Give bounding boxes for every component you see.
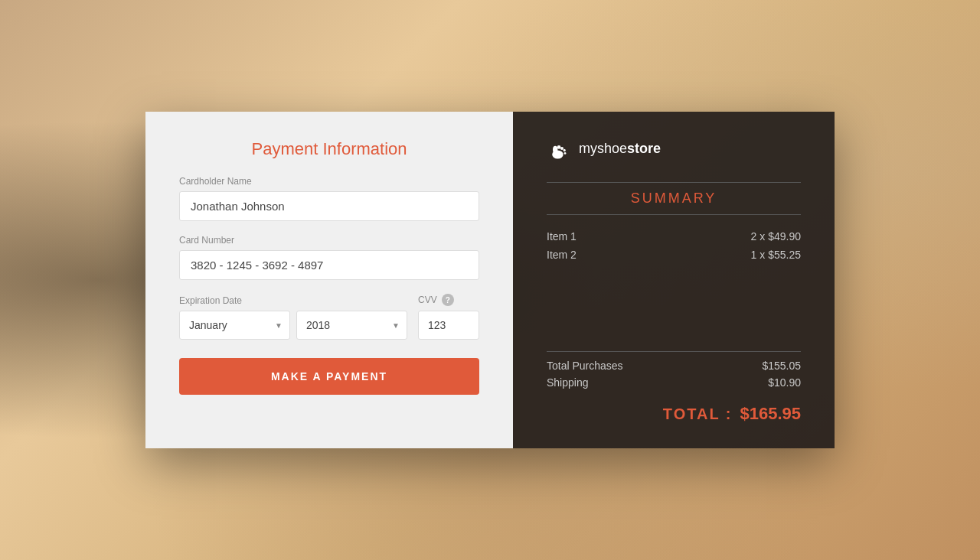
grand-total-row: TOTAL : $165.95 xyxy=(547,404,801,424)
summary-items: Item 1 2 x $49.90 Item 2 1 x $55.25 xyxy=(547,230,801,343)
summary-item-2: Item 2 1 x $55.25 xyxy=(547,249,801,261)
month-select-wrapper: January February March April May June Ju… xyxy=(179,311,290,340)
expiry-group: Expiration Date January February March A… xyxy=(179,295,407,340)
summary-title: SUMMARY xyxy=(547,182,801,215)
cardholder-label: Cardholder Name xyxy=(179,176,479,187)
summary-panel: myshoestore SUMMARY Item 1 2 x $49.90 It… xyxy=(513,112,835,448)
modal-container: Payment Information Cardholder Name Card… xyxy=(145,112,835,448)
shipping-value: $10.90 xyxy=(768,376,801,389)
expiry-selects: January February March April May June Ju… xyxy=(179,311,407,340)
svg-point-2 xyxy=(557,145,561,149)
year-select[interactable]: 2017 2018 2019 2020 2021 2022 xyxy=(296,311,407,340)
brand-row: myshoestore xyxy=(547,136,801,161)
svg-point-4 xyxy=(564,149,566,151)
svg-point-5 xyxy=(564,152,567,155)
cvv-help-icon[interactable]: ? xyxy=(442,294,454,306)
card-number-label: Card Number xyxy=(179,235,479,246)
make-payment-button[interactable]: MAKE A PAYMENT xyxy=(179,358,479,395)
cvv-label: CVV xyxy=(418,295,437,305)
item1-label: Item 1 xyxy=(547,230,577,243)
cardholder-input[interactable] xyxy=(179,191,479,221)
card-number-input[interactable] xyxy=(179,250,479,280)
payment-title: Payment Information xyxy=(179,139,479,159)
summary-item-1: Item 1 2 x $49.90 xyxy=(547,230,801,243)
cardholder-field-group: Cardholder Name xyxy=(179,176,479,221)
cvv-label-row: CVV ? xyxy=(418,294,479,306)
summary-divider xyxy=(547,351,801,352)
foot-icon xyxy=(547,136,571,161)
total-purchases-label: Total Purchases xyxy=(547,360,623,372)
grand-total-label: TOTAL : xyxy=(663,405,733,423)
year-select-wrapper: 2017 2018 2019 2020 2021 2022 ▼ xyxy=(296,311,407,340)
card-number-field-group: Card Number xyxy=(179,235,479,280)
summary-totals: Total Purchases $155.05 Shipping $10.90 xyxy=(547,360,801,389)
svg-point-1 xyxy=(553,146,557,154)
brand-name-light: myshoe xyxy=(579,141,627,156)
item2-value: 1 x $55.25 xyxy=(751,249,801,261)
expiry-cvv-row: Expiration Date January February March A… xyxy=(179,294,479,340)
expiry-label: Expiration Date xyxy=(179,295,407,306)
item2-label: Item 2 xyxy=(547,249,577,261)
month-select[interactable]: January February March April May June Ju… xyxy=(179,311,290,340)
shipping-label: Shipping xyxy=(547,376,589,389)
cvv-input[interactable] xyxy=(418,311,479,340)
total-purchases-value: $155.05 xyxy=(762,360,801,372)
brand-name-bold: store xyxy=(627,141,661,156)
cvv-group: CVV ? xyxy=(418,294,479,340)
total-purchases-row: Total Purchases $155.05 xyxy=(547,360,801,372)
svg-point-3 xyxy=(560,147,564,150)
payment-panel: Payment Information Cardholder Name Card… xyxy=(145,112,513,448)
grand-total-value: $165.95 xyxy=(740,404,801,424)
shipping-row: Shipping $10.90 xyxy=(547,376,801,389)
item1-value: 2 x $49.90 xyxy=(751,230,801,243)
brand-name: myshoestore xyxy=(579,141,661,157)
